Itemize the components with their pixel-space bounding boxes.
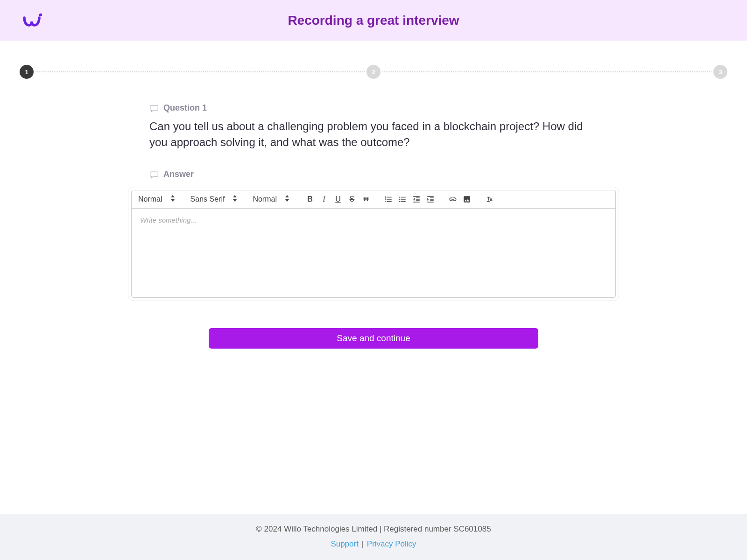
clear-format-button[interactable] [484,194,494,204]
main-content: Question 1 Can you tell us about a chall… [140,103,607,349]
size-select-label: Normal [253,195,277,203]
editor-placeholder: Write something... [140,216,197,224]
rich-text-editor: Normal Sans Serif Normal [128,187,619,301]
outdent-button[interactable] [411,194,422,204]
size-select[interactable]: Normal [253,195,293,203]
updown-caret-icon [171,195,175,203]
answer-label: Answer [163,169,194,179]
app-header: Recording a great interview [0,0,747,41]
updown-caret-icon [285,195,289,203]
font-select-label: Sans Serif [190,195,225,203]
footer-links: Support | Privacy Policy [0,539,747,549]
privacy-link[interactable]: Privacy Policy [367,539,416,548]
format-group: B I U S [305,194,371,204]
svg-point-0 [39,14,42,16]
question-label-row: Question 1 [149,103,598,113]
heading-select[interactable]: Normal [138,195,178,203]
step-3[interactable]: 3 [713,65,727,79]
editor-inner: Normal Sans Serif Normal [131,190,616,298]
image-button[interactable] [462,194,472,204]
ordered-list-button[interactable] [383,194,394,204]
blockquote-button[interactable] [361,194,371,204]
font-select[interactable]: Sans Serif [190,195,241,203]
footer-copyright: © 2024 Willo Technologies Limited | Regi… [0,525,747,534]
step-1[interactable]: 1 [20,65,34,79]
strike-button[interactable]: S [347,194,357,204]
step-divider [35,71,365,72]
chat-icon [149,170,159,179]
bold-button[interactable]: B [305,194,315,204]
italic-button[interactable]: I [319,194,329,204]
question-text: Can you tell us about a challenging prob… [149,119,598,150]
editor-textarea[interactable]: Write something... [132,209,615,297]
insert-group [448,194,472,204]
step-divider [382,71,712,72]
indent-button[interactable] [425,194,436,204]
list-group [383,194,436,204]
progress-stepper: 1 2 3 [0,41,747,99]
heading-select-label: Normal [138,195,162,203]
link-button[interactable] [448,194,458,204]
page-footer: © 2024 Willo Technologies Limited | Regi… [0,514,747,560]
clear-group [484,194,494,204]
question-label: Question 1 [163,103,207,113]
save-continue-button[interactable]: Save and continue [209,328,538,349]
chat-icon [149,104,159,113]
answer-label-row: Answer [149,169,598,179]
underline-button[interactable]: U [333,194,343,204]
editor-toolbar: Normal Sans Serif Normal [132,190,615,209]
updown-caret-icon [233,195,237,203]
bullet-list-button[interactable] [397,194,408,204]
page-title: Recording a great interview [0,13,747,28]
support-link[interactable]: Support [331,539,359,548]
brand-logo [22,11,46,32]
step-2[interactable]: 2 [366,65,381,79]
footer-separator: | [362,539,364,548]
